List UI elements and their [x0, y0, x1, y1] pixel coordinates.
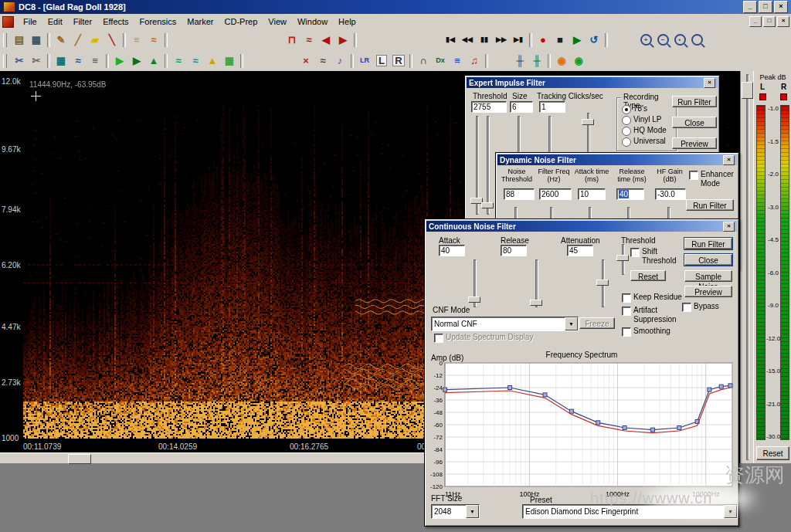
- dnf-run-filter-button[interactable]: Run Filter: [686, 199, 734, 211]
- stereo-lr-icon[interactable]: LR: [356, 53, 373, 69]
- preset-dropdown[interactable]: Edison Diamond Disc Fingerprint ▼: [522, 504, 738, 519]
- play-preview-icon[interactable]: ▶: [111, 53, 128, 69]
- marker-list-icon[interactable]: ≡: [128, 32, 145, 48]
- radio-universal[interactable]: Universal: [622, 137, 666, 147]
- radio-vinyl-lp[interactable]: Vinyl LP: [622, 115, 662, 125]
- spectrogram-view-icon[interactable]: ▦: [53, 53, 70, 69]
- eif-threshold-field[interactable]: 2755: [471, 101, 507, 113]
- dnf-title-bar[interactable]: Dynamic Noise Filter ×: [497, 154, 737, 165]
- wave-smooth-icon[interactable]: ≈: [314, 53, 331, 69]
- minimize-button[interactable]: _: [743, 1, 757, 13]
- title-bar[interactable]: DC8 - [Glad Rag Doll 1928] _□×: [0, 0, 791, 14]
- menu-help[interactable]: Help: [333, 15, 362, 28]
- dnf-filter-freq-field[interactable]: 2600: [539, 188, 572, 200]
- spectrum-analyzer-icon[interactable]: ≈: [170, 53, 187, 69]
- dnf-attack-field[interactable]: 10: [578, 188, 606, 200]
- play-filtered-icon[interactable]: ▶: [128, 53, 145, 69]
- fast-forward-icon[interactable]: ▶▶: [493, 32, 510, 48]
- close-button[interactable]: ×: [774, 1, 788, 13]
- play-icon[interactable]: ▶: [569, 32, 586, 48]
- music-notes-icon[interactable]: ♫: [466, 53, 483, 69]
- headphones-icon[interactable]: ∩: [415, 53, 432, 69]
- menu-window[interactable]: Window: [292, 15, 333, 28]
- menu-edit[interactable]: Edit: [42, 15, 68, 28]
- cnf-threshold-reset-button[interactable]: Reset: [630, 270, 666, 281]
- update-spectrum-checkbox[interactable]: Update Spectrum Display: [434, 333, 558, 343]
- cnf-attenuation-field[interactable]: 45: [567, 245, 593, 256]
- cnf-threshold-slider[interactable]: [616, 244, 630, 275]
- cnf-mode-dropdown[interactable]: Normal CNF ▼: [431, 317, 579, 331]
- menu-file[interactable]: File: [18, 15, 42, 28]
- toolbar-grip[interactable]: [3, 54, 7, 68]
- menu-view[interactable]: View: [263, 15, 292, 28]
- zoom-selection-icon[interactable]: ▪: [673, 32, 690, 48]
- dvd-burn-icon[interactable]: ◉: [570, 53, 587, 69]
- frequency-spectrum-chart[interactable]: 0-12-24-36-48-60-72-84-96-108-12011Hz100…: [425, 360, 738, 503]
- menu-filter[interactable]: Filter: [68, 15, 97, 28]
- eif-run-filter-button[interactable]: Run Filter: [672, 96, 717, 107]
- grid-overlay-icon[interactable]: ▦: [221, 53, 238, 69]
- event-list-icon[interactable]: ≡: [87, 53, 104, 69]
- child-restore-button[interactable]: □: [763, 16, 776, 27]
- zoom-full-icon[interactable]: [690, 32, 707, 48]
- trim-icon[interactable]: ✂: [28, 53, 45, 69]
- chevron-down-icon[interactable]: ▼: [466, 505, 479, 518]
- pencil-tool-icon[interactable]: ✎: [53, 32, 70, 48]
- radio-hq-mode[interactable]: HQ Mode: [622, 126, 667, 136]
- enhancer-mode-checkbox[interactable]: Enhancer Mode: [689, 170, 734, 188]
- dnf-release-field[interactable]: 40: [616, 188, 644, 200]
- cnf-attenuation-slider[interactable]: [596, 259, 609, 307]
- eif-close-icon[interactable]: ×: [704, 78, 715, 88]
- chevron-down-icon[interactable]: ▼: [724, 505, 737, 518]
- bypass-checkbox[interactable]: Bypass: [682, 302, 728, 312]
- brush-tool-icon[interactable]: ╱: [70, 32, 87, 48]
- radio-78s[interactable]: 78's: [622, 104, 647, 114]
- maximize-button[interactable]: □: [759, 1, 772, 13]
- orange-wave-icon[interactable]: ≈: [145, 32, 162, 48]
- delete-marker-icon[interactable]: ×: [297, 53, 314, 69]
- right-clip-led-icon[interactable]: [780, 93, 787, 100]
- fft-size-dropdown[interactable]: 2048 ▼: [431, 504, 480, 519]
- horizontal-scrollbar-thumb[interactable]: [68, 454, 91, 464]
- cnf-release-slider[interactable]: [529, 259, 543, 307]
- prev-marker-icon[interactable]: ◀: [317, 32, 334, 48]
- cnf-close-button[interactable]: Close: [684, 254, 732, 266]
- left-channel-icon[interactable]: L: [373, 53, 390, 69]
- cut-icon[interactable]: ✂: [11, 53, 28, 69]
- cnf-close-icon[interactable]: ×: [723, 222, 735, 232]
- child-close-button[interactable]: ×: [777, 16, 789, 27]
- cnf-title-bar[interactable]: Continuous Noise Filter ×: [426, 221, 737, 232]
- record-icon[interactable]: ●: [535, 32, 552, 48]
- pause-icon[interactable]: ▮▮: [476, 32, 493, 48]
- toolbar-grip[interactable]: [3, 33, 7, 47]
- artifact-suppression-checkbox[interactable]: Artifact Suppression: [622, 306, 673, 324]
- menu-effects[interactable]: Effects: [97, 15, 134, 28]
- eif-preview-button[interactable]: Preview: [672, 137, 717, 149]
- cnf-attack-slider[interactable]: [467, 259, 481, 307]
- music-note-icon[interactable]: ♪: [331, 53, 348, 69]
- menu-marker[interactable]: Marker: [182, 15, 219, 28]
- menu-cd-prep[interactable]: CD-Prep: [219, 15, 263, 28]
- dnf-noise-threshold-field[interactable]: 88: [504, 188, 535, 200]
- save-audio-file-icon[interactable]: ▦: [28, 32, 45, 48]
- child-window-icon[interactable]: [2, 16, 14, 28]
- vertical-scrollbar[interactable]: [740, 71, 754, 463]
- go-start-icon[interactable]: ▮◀: [442, 32, 459, 48]
- eif-close-button[interactable]: Close: [672, 117, 717, 128]
- dnf-close-icon[interactable]: ×: [723, 155, 735, 165]
- cnf-attack-field[interactable]: 40: [439, 245, 465, 256]
- meter-reset-button[interactable]: Reset: [756, 446, 789, 460]
- zoom-out-icon[interactable]: −: [656, 32, 673, 48]
- child-minimize-button[interactable]: _: [749, 16, 762, 27]
- cnf-release-field[interactable]: 80: [501, 245, 527, 256]
- playlist-icon[interactable]: ≡: [449, 53, 466, 69]
- effects-dx-icon[interactable]: Dx: [432, 53, 449, 69]
- right-channel-icon[interactable]: R: [390, 53, 407, 69]
- vertical-scrollbar-thumb[interactable]: [742, 82, 753, 99]
- eif-threshold-fine-slider[interactable]: [480, 116, 494, 215]
- keep-residue-checkbox[interactable]: Keep Residue: [622, 293, 687, 303]
- eif-tracking-field[interactable]: 1: [539, 101, 565, 113]
- red-pen-tool-icon[interactable]: ╲: [104, 32, 121, 48]
- smoothing-checkbox[interactable]: Smoothing: [622, 327, 676, 337]
- loop-icon[interactable]: ↺: [586, 32, 603, 48]
